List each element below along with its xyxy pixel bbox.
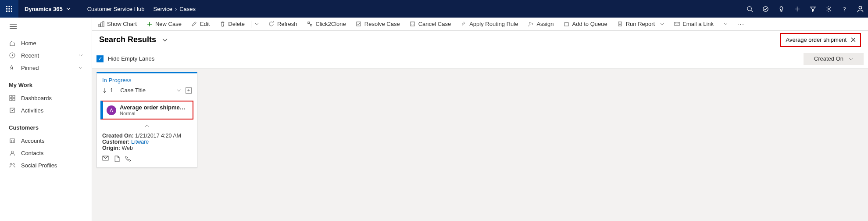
note-icon[interactable] — [114, 156, 120, 162]
case-card[interactable]: A Average order shipment ti... Normal — [100, 101, 193, 120]
new-case-label: New Case — [155, 21, 182, 27]
settings-gear-icon[interactable] — [821, 0, 836, 18]
add-to-queue-label: Add to Queue — [572, 21, 607, 27]
lane-sort-field[interactable]: Case Title — [120, 87, 146, 94]
resolve-case-button[interactable]: Resolve Case — [356, 18, 400, 31]
sidebar-collapse-button[interactable] — [0, 24, 92, 37]
sidebar-group-mywork: My Work — [0, 74, 92, 92]
card-action-icons — [97, 156, 197, 167]
apply-routing-button[interactable]: Apply Routing Rule — [461, 18, 518, 31]
mail-icon[interactable] — [102, 156, 109, 162]
pencil-icon — [191, 21, 197, 27]
run-report-label: Run Report — [626, 21, 655, 27]
hide-empty-label: Hide Empty Lanes — [108, 55, 154, 62]
help-icon[interactable] — [836, 0, 852, 18]
edit-button[interactable]: Edit — [191, 18, 210, 31]
view-picker-chevron-icon[interactable] — [162, 37, 168, 43]
page-title: Search Results — [99, 35, 156, 44]
user-profile-icon[interactable] — [852, 0, 868, 18]
sidebar-item-contacts[interactable]: Contacts — [0, 147, 92, 159]
refresh-button[interactable]: Refresh — [268, 18, 297, 31]
clone-icon — [307, 21, 313, 27]
lane-in-progress: In Progress 1 Case Title + A Average ord… — [96, 72, 197, 168]
sidebar-item-social[interactable]: Social Profiles — [0, 159, 92, 171]
chevron-down-icon[interactable] — [79, 53, 83, 58]
app-launcher-icon[interactable] — [0, 0, 18, 18]
lane-title: In Progress — [97, 73, 197, 86]
stream-options-row: ✓ Hide Empty Lanes Created On — [92, 49, 868, 69]
cancel-case-button[interactable]: Cancel Case — [410, 18, 451, 31]
task-flow-icon[interactable] — [757, 0, 773, 18]
sidebar-group-customers: Customers — [0, 116, 92, 134]
sort-by-label: Created On — [814, 55, 843, 62]
breadcrumb-leaf[interactable]: Cases — [179, 6, 196, 12]
activities-icon — [9, 107, 16, 114]
chevron-down-icon[interactable] — [660, 22, 664, 26]
app-name[interactable]: Dynamics 365 — [18, 6, 66, 12]
search-icon[interactable] — [742, 0, 757, 18]
more-commands-button[interactable]: ··· — [737, 18, 745, 31]
resolve-icon — [356, 21, 362, 27]
svg-point-48 — [11, 151, 14, 153]
clock-icon — [9, 52, 16, 59]
customer-link[interactable]: Litware — [131, 139, 149, 145]
click2clone-button[interactable]: Click2Clone — [307, 18, 346, 31]
app-switcher-chevron-icon[interactable] — [66, 7, 79, 11]
hide-empty-checkbox[interactable]: ✓ — [96, 55, 104, 62]
delete-button[interactable]: Delete — [219, 18, 259, 31]
chevron-down-icon[interactable] — [255, 22, 259, 26]
lightbulb-icon[interactable] — [773, 0, 789, 18]
sidebar-item-pinned[interactable]: Pinned — [0, 62, 92, 74]
created-value: 1/21/2017 4:20 AM — [135, 133, 181, 139]
resolve-case-label: Resolve Case — [364, 21, 400, 27]
show-chart-button[interactable]: Show Chart — [98, 18, 137, 31]
svg-rect-32 — [618, 22, 622, 26]
sidebar-item-dashboards[interactable]: Dashboards — [0, 92, 92, 104]
svg-rect-43 — [13, 98, 15, 101]
sort-by-button[interactable]: Created On — [804, 53, 864, 65]
add-card-button[interactable]: + — [186, 87, 192, 94]
origin-value: Web — [121, 145, 132, 151]
svg-rect-44 — [10, 108, 14, 112]
svg-point-50 — [13, 163, 14, 165]
clear-search-icon[interactable] — [851, 37, 856, 42]
card-details: Created On: 1/21/2017 4:20 AM Customer: … — [97, 131, 197, 156]
assign-icon — [528, 21, 534, 27]
accounts-icon — [9, 137, 16, 144]
sort-direction-icon[interactable] — [102, 88, 107, 93]
run-report-button[interactable]: Run Report — [617, 18, 664, 31]
sidebar-item-activities[interactable]: Activities — [0, 104, 92, 116]
breadcrumb-separator-icon: › — [172, 6, 179, 12]
svg-rect-42 — [10, 98, 12, 101]
report-icon — [617, 21, 623, 27]
svg-rect-20 — [103, 22, 104, 27]
filter-icon[interactable] — [805, 0, 821, 18]
chevron-down-icon[interactable] — [79, 65, 83, 70]
svg-line-10 — [751, 10, 753, 12]
chart-icon — [98, 21, 104, 27]
assign-label: Assign — [536, 21, 554, 27]
sidebar-item-recent[interactable]: Recent — [0, 49, 92, 62]
global-navbar: Dynamics 365 Customer Service Hub Servic… — [0, 0, 868, 18]
home-icon — [9, 40, 16, 47]
chevron-down-icon[interactable] — [177, 88, 181, 93]
svg-rect-19 — [101, 23, 102, 27]
svg-point-17 — [859, 6, 861, 9]
sidebar-item-home[interactable]: Home — [0, 37, 92, 49]
svg-rect-0 — [6, 6, 7, 7]
card-collapse-icon[interactable] — [97, 123, 197, 131]
svg-rect-24 — [310, 24, 312, 26]
email-link-button[interactable]: Email a Link — [674, 18, 728, 31]
kanban-board: In Progress 1 Case Title + A Average ord… — [92, 69, 868, 221]
add-to-queue-button[interactable]: Add to Queue — [563, 18, 607, 31]
assign-button[interactable]: Assign — [528, 18, 554, 31]
svg-rect-5 — [11, 8, 12, 10]
sidebar-item-accounts[interactable]: Accounts — [0, 134, 92, 147]
breadcrumb-root[interactable]: Service — [154, 6, 172, 12]
sidebar-label-dashboards: Dashboards — [21, 95, 52, 101]
hub-name[interactable]: Customer Service Hub — [79, 6, 154, 12]
new-case-button[interactable]: New Case — [146, 18, 182, 31]
add-icon[interactable] — [789, 0, 805, 18]
chevron-down-icon[interactable] — [724, 22, 728, 26]
phone-icon[interactable] — [125, 156, 131, 162]
